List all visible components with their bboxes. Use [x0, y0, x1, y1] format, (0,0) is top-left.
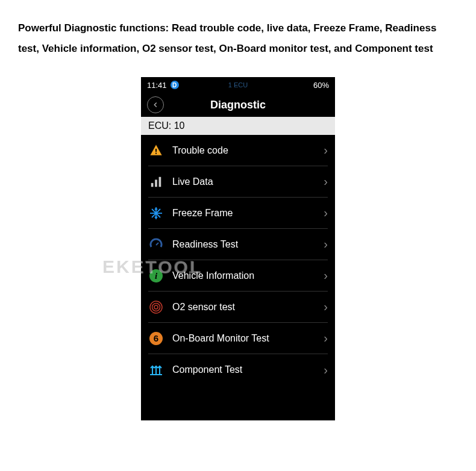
chevron-right-icon: › — [324, 175, 328, 189]
menu-item-o2-sensor[interactable]: O2 sensor test › — [148, 292, 328, 323]
status-battery: 60% — [313, 81, 329, 90]
chevron-right-icon: › — [324, 237, 328, 251]
menu-label: On-Board Monitor Test — [172, 333, 315, 344]
six-icon: 6 — [148, 331, 164, 346]
status-indicator-icon: D — [171, 81, 179, 89]
chevron-right-icon: › — [324, 300, 328, 314]
chevron-right-icon: › — [324, 143, 328, 157]
gauge-icon — [148, 237, 164, 252]
status-center-text: 1 ECU — [228, 81, 248, 89]
chevron-right-icon: › — [324, 331, 328, 345]
menu-item-vehicle-info[interactable]: i Vehicle Information › — [148, 260, 328, 292]
status-bar: 11:41 D 1 ECU 60% — [141, 77, 335, 93]
chevron-right-icon: › — [324, 269, 328, 282]
svg-rect-2 — [151, 182, 154, 186]
svg-line-9 — [156, 243, 158, 245]
menu-item-trouble-code[interactable]: Trouble code › — [148, 135, 328, 166]
menu-item-live-data[interactable]: Live Data › — [148, 166, 328, 198]
nav-title: Diagnostic — [210, 99, 266, 111]
info-icon: i — [148, 268, 164, 284]
menu-label: O2 sensor test — [172, 302, 315, 313]
status-time: 11:41 — [147, 81, 167, 90]
phone-frame: 11:41 D 1 ECU 60% Diagnostic ECU: 10 Tro… — [141, 77, 335, 420]
section-header: ECU: 10 — [141, 117, 335, 135]
warning-icon — [148, 143, 164, 158]
menu-label: Component Test — [172, 364, 315, 375]
svg-rect-4 — [159, 176, 161, 187]
svg-point-14 — [154, 305, 158, 309]
menu-item-component-test[interactable]: Component Test › — [148, 354, 328, 385]
back-button[interactable] — [147, 96, 164, 113]
description-text: Powerful Diagnostic functions: Read trou… — [0, 0, 476, 71]
svg-rect-3 — [155, 179, 157, 187]
menu-label: Readiness Test — [172, 239, 315, 250]
chevron-right-icon: › — [324, 206, 328, 220]
menu-item-freeze-frame[interactable]: Freeze Frame › — [148, 198, 328, 229]
menu-label: Vehicle Information — [172, 270, 315, 281]
snowflake-icon — [148, 205, 164, 221]
svg-text:6: 6 — [154, 333, 158, 343]
target-icon — [148, 299, 164, 315]
svg-point-13 — [152, 303, 160, 311]
menu-item-onboard-monitor[interactable]: 6 On-Board Monitor Test › — [148, 323, 328, 354]
menu-label: Trouble code — [172, 145, 315, 156]
svg-rect-0 — [155, 149, 157, 152]
arrow-left-icon — [151, 101, 160, 109]
arrows-icon — [148, 362, 164, 378]
chevron-right-icon: › — [324, 363, 328, 377]
menu-list: Trouble code › Live Data › Freeze Frame … — [141, 135, 335, 385]
bars-icon — [148, 174, 164, 190]
menu-label: Freeze Frame — [172, 208, 315, 219]
nav-bar: Diagnostic — [141, 93, 335, 117]
menu-label: Live Data — [172, 176, 315, 187]
svg-rect-1 — [155, 152, 157, 154]
menu-item-readiness-test[interactable]: Readiness Test › — [148, 229, 328, 260]
